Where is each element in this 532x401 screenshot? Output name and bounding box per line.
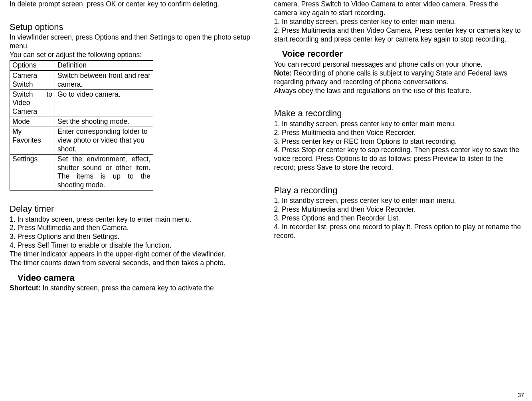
list-item: 1. In standby screen, press center key t… [10,215,258,224]
cell-option: My Favorites [10,127,55,155]
cell-definition: Switch between front and rear camera. [55,71,153,89]
list-item: 2. Press Multimedia and then Voice Recor… [274,129,523,137]
list-item: 2. Press Multimedia and then Voice Recor… [274,205,523,214]
page: In delete prompt screen, press OK or cen… [0,0,532,293]
cell-definition: Go to video camera. [55,89,153,117]
heading-delay-timer: Delay timer [10,203,258,214]
table-header-row: Options Definition [10,60,153,70]
list-item: 3. Press Options and then Settings. [10,232,258,241]
text-paragraph: 4. In recorder list, press one record to… [274,223,523,240]
th-options: Options [10,60,55,70]
list-item: 1. In standby screen, press center key t… [274,18,523,26]
list-item: 1. In standby screen, press center key t… [274,120,523,129]
cell-definition: Set the shooting mode. [55,117,153,127]
text-line: Recording of phone calls is subject to v… [274,69,508,86]
heading-play-recording: Play a recording [274,185,523,196]
list-item: 1. In standby screen, press center key t… [274,197,523,205]
text-paragraph: In viewfinder screen, press Options and … [10,33,258,51]
text-paragraph: The timer counts down from several secon… [10,259,258,268]
text-paragraph: Shortcut: In standby screen, press the c… [10,284,258,293]
list-item: 4. Press Self Timer to enable or disable… [10,241,258,250]
text-paragraph: You can set or adjust the following opti… [10,51,258,60]
page-number: 37 [518,392,524,399]
text-paragraph: 2. Press Multimedia and then Video Camer… [274,26,523,44]
text-paragraph: 4. Press Stop or center key to sop recor… [274,146,523,172]
cell-definition: Enter corresponding folder to view photo… [55,127,153,155]
text-paragraph: camera. Press Switch to Video Camera to … [274,0,523,18]
text-paragraph: The timer indicator appears in the upper… [10,250,258,259]
text-paragraph: You can record personal messages and pho… [274,60,523,69]
left-column: In delete prompt screen, press OK or cen… [6,0,262,293]
cell-option: Settings [10,154,55,191]
heading-setup-options: Setup options [10,22,258,33]
table-row: Switch to Video Camera Go to video camer… [10,89,153,117]
cell-option: Switch to Video Camera [10,89,55,117]
text-paragraph: Note: Recording of phone calls is subjec… [274,69,523,87]
cell-option: Camera Switch [10,71,55,89]
heading-video-camera: Video camera [18,272,258,284]
table-row: My Favorites Enter corresponding folder … [10,127,153,155]
text-paragraph: Always obey the laws and regulations on … [274,87,523,95]
table-row: Mode Set the shooting mode. [10,117,153,127]
list-item: 3. Press center key or REC from Options … [274,137,523,146]
label-shortcut: Shortcut: [10,284,41,292]
th-definition: Definition [55,60,153,70]
cell-definition: Set the environment, effect, shutter sou… [55,154,153,191]
right-column: camera. Press Switch to Video Camera to … [262,0,527,293]
list-item: 2. Press Multimedia and then Camera. [10,224,258,232]
text-line: In standby screen, press the camera key … [41,284,214,292]
label-note: Note: [274,69,292,77]
heading-make-recording: Make a recording [274,108,523,119]
table-row: Settings Set the environment, effect, sh… [10,154,153,191]
options-table: Options Definition Camera Switch Switch … [10,60,153,191]
list-item: 3. Press Options and then Recorder List. [274,214,523,223]
table-row: Camera Switch Switch between front and r… [10,71,153,89]
heading-voice-recorder: Voice recorder [282,48,523,60]
cell-option: Mode [10,117,55,127]
text-line: In delete prompt screen, press OK or cen… [10,0,258,9]
